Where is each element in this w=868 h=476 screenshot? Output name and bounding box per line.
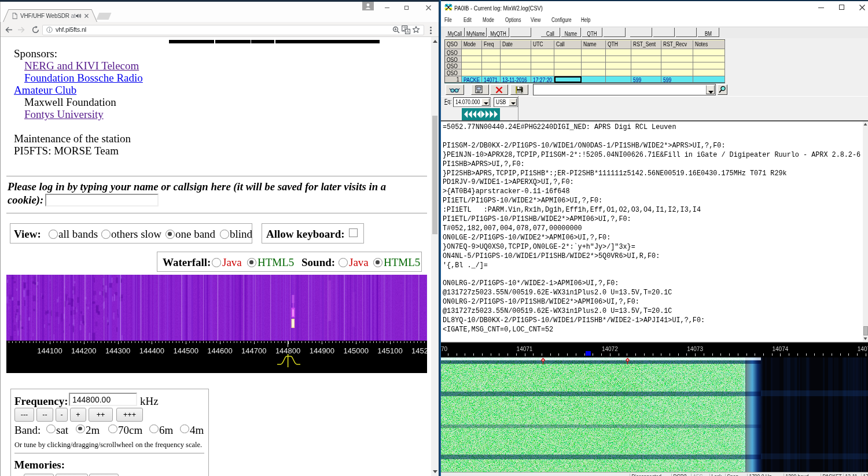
svg-text:A: A bbox=[406, 29, 409, 34]
